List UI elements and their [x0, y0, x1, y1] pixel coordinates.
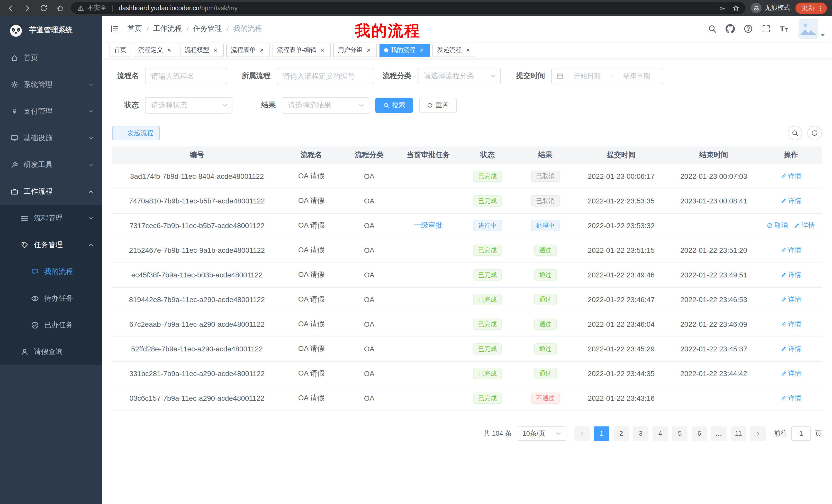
sidebar-item-workflow[interactable]: 工作流程	[0, 178, 102, 205]
tab-process-definition[interactable]: 流程定义×	[134, 44, 177, 57]
date-range-picker[interactable]: 开始日期 - 结束日期	[551, 68, 663, 84]
tab-start-process[interactable]: 发起流程×	[433, 44, 476, 57]
breadcrumb-item[interactable]: 工作流程	[153, 24, 182, 33]
page-button[interactable]: 2	[614, 426, 629, 441]
process-name-input[interactable]	[145, 68, 227, 84]
github-icon[interactable]	[726, 24, 735, 33]
sidebar-item-label: 任务管理	[34, 241, 63, 250]
sidebar-item-done-task[interactable]: 已办任务	[0, 312, 102, 339]
font-size-icon[interactable]: TT	[780, 25, 788, 33]
app-logo[interactable]: 芋道管理系统	[0, 16, 102, 45]
page-button[interactable]: 4	[653, 426, 668, 441]
close-icon[interactable]: ×	[258, 47, 265, 54]
detail-action-button[interactable]: 详情	[780, 270, 801, 279]
help-icon[interactable]	[744, 24, 753, 33]
column-header: 编号	[112, 146, 282, 164]
reset-button[interactable]: 重置	[419, 97, 457, 113]
start-process-button[interactable]: 发起流程	[112, 126, 160, 140]
detail-action-button[interactable]: 详情	[780, 394, 801, 403]
cancel-action-button[interactable]: 取消	[767, 221, 788, 230]
breadcrumb-item[interactable]: 首页	[128, 24, 142, 33]
fullscreen-icon[interactable]	[761, 24, 771, 33]
avatar[interactable]	[799, 19, 818, 38]
filter-row-2: 状态 请选择状态 结果 请选择流结果	[112, 97, 822, 114]
sidebar-item-home[interactable]: 首页	[0, 45, 102, 72]
address-bar[interactable]: 不安全 | dashboard.yudao.iocoder.cn/bpm/tas…	[71, 2, 746, 14]
breadcrumb-item[interactable]: 任务管理	[193, 24, 222, 33]
cell-name: OA 请假	[282, 189, 341, 213]
tab-user-group[interactable]: 用户分组×	[333, 44, 377, 57]
browser-menu-icon[interactable]	[816, 4, 824, 11]
cell-end-time: 2022-01-23 00:07:03	[668, 164, 760, 189]
cell-task	[397, 386, 459, 411]
detail-action-button[interactable]: 详情	[780, 196, 801, 205]
page-button[interactable]: 6	[692, 426, 707, 441]
sidebar-item-process-management[interactable]: 流程管理	[0, 205, 102, 232]
sidebar-item-todo-task[interactable]: 待办任务	[0, 285, 102, 312]
search-button[interactable]: 搜索	[375, 97, 413, 113]
refresh-icon	[427, 102, 433, 108]
category-select[interactable]: 请选择流程分类	[418, 68, 501, 84]
key-icon[interactable]	[719, 4, 726, 11]
detail-action-button[interactable]: 详情	[780, 319, 801, 329]
next-page-button[interactable]	[750, 426, 766, 441]
breadcrumb-separator: /	[147, 25, 149, 33]
page-size-select[interactable]: 10条/页	[518, 426, 566, 441]
pagination-more[interactable]: ...	[711, 426, 727, 441]
detail-action-button[interactable]: 详情	[780, 295, 801, 304]
back-icon[interactable]	[7, 4, 15, 12]
sidebar-item-label: 请假查询	[34, 347, 63, 357]
cell-submit-time: 2022-01-22 23:51:15	[575, 238, 668, 262]
detail-action-button[interactable]: 详情	[794, 221, 815, 230]
table-row: 331bc281-7b9a-11ec-a290-acde48001122OA 请…	[112, 361, 822, 386]
action-label: 详情	[788, 196, 801, 205]
owner-process-input[interactable]	[277, 68, 374, 84]
browser-home-icon[interactable]	[56, 4, 64, 12]
forward-icon[interactable]	[23, 4, 31, 12]
page-button[interactable]: 1	[594, 426, 609, 441]
search-icon[interactable]	[707, 24, 717, 33]
tab-process-form[interactable]: 流程表单×	[226, 44, 270, 57]
sidebar-item-system[interactable]: 系统管理	[0, 72, 102, 98]
column-header: 结果	[516, 146, 575, 164]
prev-page-button[interactable]	[574, 426, 590, 441]
result-badge: 通过	[534, 318, 557, 330]
close-icon[interactable]: ×	[212, 47, 219, 54]
user-menu[interactable]	[799, 19, 825, 38]
detail-action-button[interactable]: 详情	[780, 369, 801, 378]
action-label: 详情	[788, 319, 801, 329]
tab-process-form-edit[interactable]: 流程表单-编辑×	[272, 44, 331, 57]
close-icon[interactable]: ×	[464, 47, 471, 54]
detail-action-button[interactable]: 详情	[780, 344, 801, 354]
close-icon[interactable]: ×	[418, 47, 425, 54]
refresh-table-button[interactable]	[807, 126, 822, 140]
status-select[interactable]: 请选择状态	[145, 97, 232, 114]
tab-process-model[interactable]: 流程模型×	[180, 44, 224, 57]
tab-home[interactable]: 首页	[109, 44, 131, 57]
detail-action-button[interactable]: 详情	[780, 246, 801, 255]
page-button[interactable]: 11	[731, 426, 746, 441]
close-icon[interactable]: ×	[365, 47, 372, 54]
close-icon[interactable]: ×	[165, 47, 173, 54]
page-jump-input[interactable]	[791, 426, 811, 441]
page-button[interactable]: 5	[672, 426, 687, 441]
reload-icon[interactable]	[40, 4, 48, 12]
toggle-search-button[interactable]	[788, 126, 802, 140]
sidebar-item-payment[interactable]: ¥支付管理	[0, 98, 102, 125]
page-button[interactable]: 3	[633, 426, 648, 441]
update-button[interactable]: 更新	[796, 2, 827, 13]
column-header: 流程分类	[341, 146, 397, 164]
detail-action-button[interactable]: 详情	[780, 172, 801, 181]
tab-my-process[interactable]: 我的流程×	[380, 44, 430, 57]
incognito-chip[interactable]: 无痕模式	[751, 3, 790, 13]
sidebar-item-task-management[interactable]: 任务管理	[0, 232, 102, 258]
sidebar-item-leave-query[interactable]: 请假查询	[0, 339, 102, 365]
bookmark-star-icon[interactable]	[732, 4, 739, 11]
sidebar-item-infrastructure[interactable]: 基础设施	[0, 125, 102, 151]
sidebar-item-my-process[interactable]: 我的流程	[0, 258, 102, 285]
current-task-link[interactable]: 一级审批	[414, 221, 443, 229]
close-icon[interactable]: ×	[319, 47, 326, 54]
result-select[interactable]: 请选择流结果	[282, 97, 369, 114]
sidebar-item-dev-tools[interactable]: 研发工具	[0, 151, 102, 178]
sidebar-toggle-button[interactable]	[102, 24, 128, 33]
